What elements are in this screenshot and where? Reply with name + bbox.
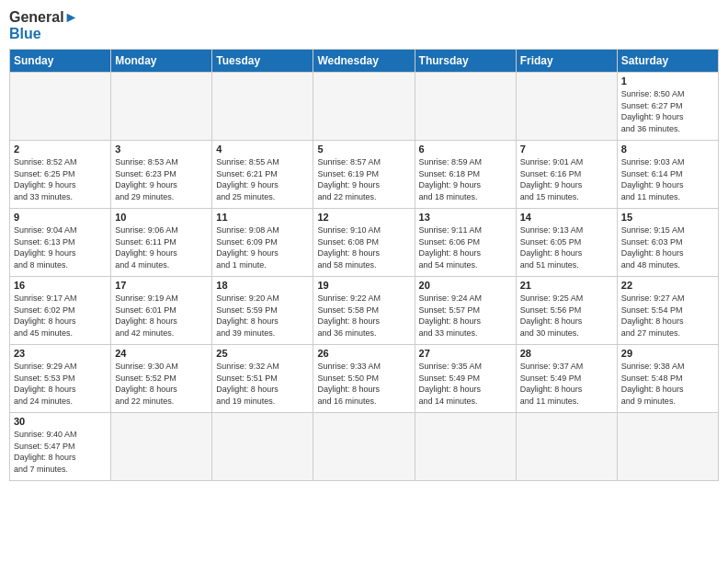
calendar-cell: 19Sunrise: 9:22 AM Sunset: 5:58 PM Dayli…: [313, 277, 415, 345]
day-number: 4: [216, 144, 309, 155]
calendar-cell: 1Sunrise: 8:50 AM Sunset: 6:27 PM Daylig…: [617, 73, 718, 141]
calendar-cell: [415, 413, 516, 481]
day-number: 24: [115, 348, 208, 359]
day-info: Sunrise: 9:08 AM Sunset: 6:09 PM Dayligh…: [216, 224, 309, 270]
day-info: Sunrise: 8:53 AM Sunset: 6:23 PM Dayligh…: [115, 156, 208, 202]
calendar-cell: 12Sunrise: 9:10 AM Sunset: 6:08 PM Dayli…: [313, 209, 415, 277]
day-info: Sunrise: 9:27 AM Sunset: 5:54 PM Dayligh…: [621, 293, 714, 339]
day-number: 6: [419, 144, 512, 155]
day-info: Sunrise: 9:04 AM Sunset: 6:13 PM Dayligh…: [14, 224, 107, 270]
day-number: 10: [115, 212, 208, 223]
day-info: Sunrise: 9:15 AM Sunset: 6:03 PM Dayligh…: [621, 224, 714, 270]
day-info: Sunrise: 9:03 AM Sunset: 6:14 PM Dayligh…: [621, 156, 714, 202]
day-info: Sunrise: 8:59 AM Sunset: 6:18 PM Dayligh…: [419, 156, 512, 202]
calendar-day-header: Tuesday: [212, 50, 313, 73]
day-number: 16: [14, 280, 107, 291]
calendar-day-header: Monday: [111, 50, 212, 73]
day-number: 1: [621, 75, 714, 86]
calendar-cell: 4Sunrise: 8:55 AM Sunset: 6:21 PM Daylig…: [212, 141, 313, 209]
calendar-cell: 16Sunrise: 9:17 AM Sunset: 6:02 PM Dayli…: [10, 277, 111, 345]
calendar-cell: 22Sunrise: 9:27 AM Sunset: 5:54 PM Dayli…: [617, 277, 718, 345]
day-number: 12: [317, 212, 410, 223]
calendar-cell: 23Sunrise: 9:29 AM Sunset: 5:53 PM Dayli…: [10, 345, 111, 413]
day-info: Sunrise: 9:38 AM Sunset: 5:48 PM Dayligh…: [621, 361, 714, 407]
calendar-cell: 24Sunrise: 9:30 AM Sunset: 5:52 PM Dayli…: [111, 345, 212, 413]
day-info: Sunrise: 8:57 AM Sunset: 6:19 PM Dayligh…: [317, 156, 410, 202]
calendar-cell: 28Sunrise: 9:37 AM Sunset: 5:49 PM Dayli…: [516, 345, 617, 413]
day-number: 3: [115, 144, 208, 155]
calendar-day-header: Friday: [516, 50, 617, 73]
day-info: Sunrise: 9:01 AM Sunset: 6:16 PM Dayligh…: [520, 156, 613, 202]
day-number: 8: [621, 144, 714, 155]
day-number: 5: [317, 144, 410, 155]
calendar-day-header: Wednesday: [313, 50, 415, 73]
calendar-cell: 3Sunrise: 8:53 AM Sunset: 6:23 PM Daylig…: [111, 141, 212, 209]
calendar-cell: 2Sunrise: 8:52 AM Sunset: 6:25 PM Daylig…: [10, 141, 111, 209]
day-info: Sunrise: 9:37 AM Sunset: 5:49 PM Dayligh…: [520, 361, 613, 407]
day-info: Sunrise: 9:29 AM Sunset: 5:53 PM Dayligh…: [14, 361, 107, 407]
calendar-cell: [516, 413, 617, 481]
day-info: Sunrise: 9:10 AM Sunset: 6:08 PM Dayligh…: [317, 224, 410, 270]
day-info: Sunrise: 9:30 AM Sunset: 5:52 PM Dayligh…: [115, 361, 208, 407]
calendar-cell: 29Sunrise: 9:38 AM Sunset: 5:48 PM Dayli…: [617, 345, 718, 413]
calendar-cell: [313, 413, 415, 481]
calendar-cell: [212, 73, 313, 141]
day-info: Sunrise: 9:32 AM Sunset: 5:51 PM Dayligh…: [216, 361, 309, 407]
calendar-cell: 15Sunrise: 9:15 AM Sunset: 6:03 PM Dayli…: [617, 209, 718, 277]
day-info: Sunrise: 9:22 AM Sunset: 5:58 PM Dayligh…: [317, 293, 410, 339]
calendar-table: SundayMondayTuesdayWednesdayThursdayFrid…: [9, 49, 719, 481]
calendar-cell: [415, 73, 516, 141]
calendar-cell: [313, 73, 415, 141]
day-number: 9: [14, 212, 107, 223]
calendar-cell: 7Sunrise: 9:01 AM Sunset: 6:16 PM Daylig…: [516, 141, 617, 209]
calendar-cell: 17Sunrise: 9:19 AM Sunset: 6:01 PM Dayli…: [111, 277, 212, 345]
calendar-cell: 30Sunrise: 9:40 AM Sunset: 5:47 PM Dayli…: [10, 413, 111, 481]
calendar-day-header: Sunday: [10, 50, 111, 73]
calendar-cell: [10, 73, 111, 141]
day-number: 11: [216, 212, 309, 223]
day-info: Sunrise: 9:06 AM Sunset: 6:11 PM Dayligh…: [115, 224, 208, 270]
day-info: Sunrise: 9:19 AM Sunset: 6:01 PM Dayligh…: [115, 293, 208, 339]
day-info: Sunrise: 8:50 AM Sunset: 6:27 PM Dayligh…: [621, 88, 714, 134]
calendar-day-header: Saturday: [617, 50, 718, 73]
day-number: 27: [419, 348, 512, 359]
calendar-day-header: Thursday: [415, 50, 516, 73]
day-number: 14: [520, 212, 613, 223]
day-number: 15: [621, 212, 714, 223]
calendar-cell: 8Sunrise: 9:03 AM Sunset: 6:14 PM Daylig…: [617, 141, 718, 209]
calendar-cell: 10Sunrise: 9:06 AM Sunset: 6:11 PM Dayli…: [111, 209, 212, 277]
day-number: 13: [419, 212, 512, 223]
day-number: 22: [621, 280, 714, 291]
calendar-cell: 6Sunrise: 8:59 AM Sunset: 6:18 PM Daylig…: [415, 141, 516, 209]
day-info: Sunrise: 9:25 AM Sunset: 5:56 PM Dayligh…: [520, 293, 613, 339]
calendar-cell: 26Sunrise: 9:33 AM Sunset: 5:50 PM Dayli…: [313, 345, 415, 413]
calendar-cell: 9Sunrise: 9:04 AM Sunset: 6:13 PM Daylig…: [10, 209, 111, 277]
day-info: Sunrise: 9:24 AM Sunset: 5:57 PM Dayligh…: [419, 293, 512, 339]
day-number: 18: [216, 280, 309, 291]
page-header: General► Blue: [9, 9, 719, 41]
day-number: 19: [317, 280, 410, 291]
calendar-cell: [617, 413, 718, 481]
calendar-cell: 13Sunrise: 9:11 AM Sunset: 6:06 PM Dayli…: [415, 209, 516, 277]
day-number: 28: [520, 348, 613, 359]
day-info: Sunrise: 9:11 AM Sunset: 6:06 PM Dayligh…: [419, 224, 512, 270]
calendar-cell: [111, 413, 212, 481]
day-info: Sunrise: 9:20 AM Sunset: 5:59 PM Dayligh…: [216, 293, 309, 339]
calendar-cell: [111, 73, 212, 141]
day-info: Sunrise: 9:13 AM Sunset: 6:05 PM Dayligh…: [520, 224, 613, 270]
day-number: 21: [520, 280, 613, 291]
day-info: Sunrise: 8:55 AM Sunset: 6:21 PM Dayligh…: [216, 156, 309, 202]
calendar-header-row: SundayMondayTuesdayWednesdayThursdayFrid…: [10, 50, 719, 73]
day-info: Sunrise: 9:35 AM Sunset: 5:49 PM Dayligh…: [419, 361, 512, 407]
day-info: Sunrise: 9:17 AM Sunset: 6:02 PM Dayligh…: [14, 293, 107, 339]
logo: General► Blue: [9, 9, 78, 41]
day-number: 17: [115, 280, 208, 291]
day-number: 20: [419, 280, 512, 291]
day-number: 29: [621, 348, 714, 359]
calendar-cell: 11Sunrise: 9:08 AM Sunset: 6:09 PM Dayli…: [212, 209, 313, 277]
day-info: Sunrise: 8:52 AM Sunset: 6:25 PM Dayligh…: [14, 156, 107, 202]
day-number: 2: [14, 144, 107, 155]
calendar-cell: [212, 413, 313, 481]
day-info: Sunrise: 9:40 AM Sunset: 5:47 PM Dayligh…: [14, 429, 107, 475]
day-number: 25: [216, 348, 309, 359]
